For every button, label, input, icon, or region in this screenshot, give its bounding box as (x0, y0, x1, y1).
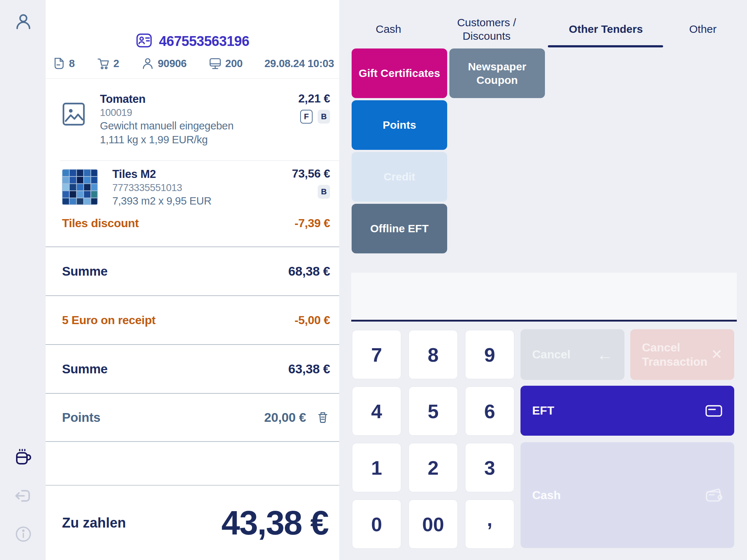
document-icon (52, 57, 65, 70)
amount-due-value: 43,38 € (221, 504, 328, 542)
tab-customers-discounts[interactable]: Customers / Discounts (445, 11, 529, 47)
divider (60, 160, 339, 161)
coffee-break-icon[interactable] (15, 448, 32, 466)
stat-datetime: 29.08.24 10:03 (264, 58, 334, 70)
item-quantity: 7,393 m2 x 9,95 EUR (112, 194, 292, 208)
amount-due-row: Zu zahlen 43,38 € (46, 485, 339, 560)
key-1[interactable]: 1 (352, 443, 401, 492)
key-9[interactable]: 9 (465, 330, 514, 379)
monitor-icon (209, 57, 222, 70)
discount-label: Tiles discount (62, 217, 139, 230)
stat-receipts: 8 (52, 57, 75, 70)
item-code: 100019 (100, 106, 298, 119)
item-price: 73,56 € (292, 167, 330, 180)
item-code: 7773335551013 (112, 182, 292, 194)
receipt-item-tiles[interactable]: Tiles M2 7773335551013 7,393 m2 x 9,95 E… (62, 167, 330, 208)
item-note: Gewicht manuell eingegeben (100, 119, 298, 133)
tax-badge-f: F (300, 110, 313, 124)
key-6[interactable]: 6 (465, 386, 514, 436)
key-00[interactable]: 00 (409, 499, 458, 549)
tax-badge-b: B (318, 110, 330, 124)
item-name: Tomaten (100, 92, 298, 106)
summary-row-total: Summe 63,38 € (46, 344, 339, 393)
id-card-icon (136, 32, 152, 50)
close-icon: ✕ (711, 346, 723, 363)
tax-badge-b: B (318, 185, 330, 199)
customer-row[interactable]: 467553563196 (46, 32, 339, 50)
amount-input[interactable] (351, 273, 737, 322)
key-2[interactable]: 2 (409, 443, 458, 492)
tab-other[interactable]: Other (689, 11, 716, 47)
key-8[interactable]: 8 (409, 330, 458, 379)
receipt-summary: Summe 68,38 € 5 Euro on receipt -5,00 € … (46, 246, 339, 442)
summary-row-points: Points 20,00 € (46, 393, 339, 442)
item-text: Tomaten 100019 Gewicht manuell eingegebe… (100, 92, 298, 147)
key-comma[interactable]: , (465, 499, 514, 549)
item-price-block: 2,21 € F B (298, 92, 330, 124)
user-icon[interactable] (15, 13, 32, 31)
cancel-button-disabled[interactable]: Cancel ← (520, 329, 624, 380)
active-tab-underline (548, 45, 663, 47)
stat-terminal: 200 (209, 57, 243, 70)
summary-row-subtotal: Summe 68,38 € (46, 246, 339, 295)
arrow-left-icon: ← (597, 346, 613, 364)
item-name: Tiles M2 (112, 167, 292, 182)
wallet-icon (705, 487, 723, 503)
amount-due-label: Zu zahlen (62, 515, 126, 531)
pos-app: 467553563196 8 2 9090 (0, 0, 747, 560)
cancel-transaction-button-disabled[interactable]: Cancel Transaction ✕ (630, 329, 734, 380)
credit-button-disabled[interactable]: Credit (352, 152, 447, 202)
stat-operator: 90906 (141, 57, 187, 70)
key-4[interactable]: 4 (352, 386, 401, 436)
customer-id: 467553563196 (159, 34, 249, 49)
key-3[interactable]: 3 (465, 443, 514, 492)
offline-eft-button[interactable]: Offline EFT (352, 204, 447, 253)
summary-row-receipt-discount: 5 Euro on receipt -5,00 € (46, 295, 339, 344)
divider (46, 78, 339, 79)
cash-button-disabled[interactable]: Cash (520, 442, 734, 548)
key-7[interactable]: 7 (352, 330, 401, 379)
item-discount-row: Tiles discount -7,39 € (62, 217, 330, 230)
key-5[interactable]: 5 (409, 386, 458, 436)
newspaper-coupon-button[interactable]: Newspaper Coupon (449, 48, 545, 98)
receipt-stats: 8 2 90906 200 (52, 57, 334, 70)
remove-points-trash-icon[interactable] (316, 410, 330, 425)
logout-icon[interactable] (15, 487, 32, 505)
credit-card-icon (705, 404, 723, 418)
key-0[interactable]: 0 (352, 499, 401, 549)
info-icon[interactable] (15, 525, 32, 543)
receipt-panel: 467553563196 8 2 9090 (46, 0, 339, 560)
tab-other-tenders[interactable]: Other Tenders (569, 11, 643, 47)
eft-button[interactable]: EFT (520, 386, 734, 436)
item-price-block: 73,56 € B (292, 167, 330, 199)
item-price: 2,21 € (298, 92, 330, 105)
tab-cash[interactable]: Cash (376, 11, 401, 47)
item-text: Tiles M2 7773335551013 7,393 m2 x 9,95 E… (112, 167, 292, 208)
cart-icon (97, 57, 110, 70)
gift-certificates-button[interactable]: Gift Certificates (352, 48, 447, 98)
points-button[interactable]: Points (352, 100, 447, 150)
sidebar (0, 0, 46, 560)
person-icon (141, 57, 154, 70)
stat-items: 2 (97, 57, 119, 70)
tender-panel: Cash Customers / Discounts Other Tenders… (339, 0, 747, 560)
receipt-item-tomaten[interactable]: Tomaten 100019 Gewicht manuell eingegebe… (62, 92, 330, 147)
discount-value: -7,39 € (294, 217, 330, 230)
product-image-tiles (62, 169, 98, 205)
item-quantity: 1,111 kg x 1,99 EUR/kg (100, 133, 298, 147)
image-placeholder-icon (62, 100, 85, 130)
